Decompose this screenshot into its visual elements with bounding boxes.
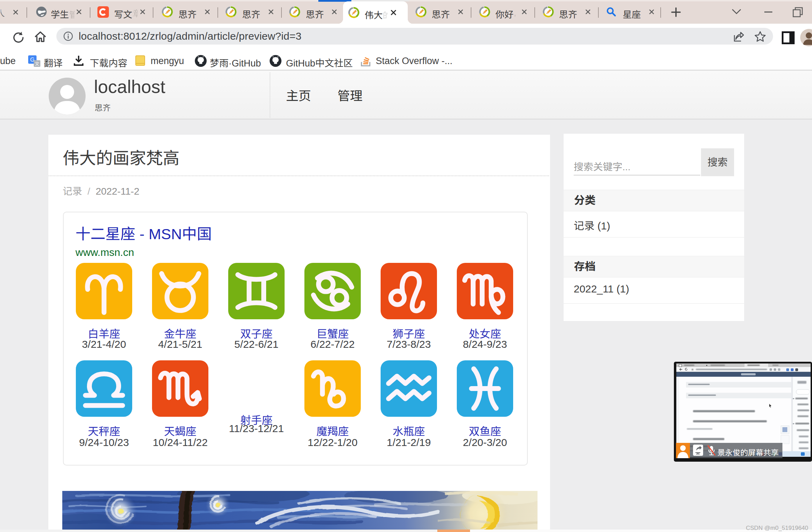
svg-text:文: 文: [35, 61, 39, 66]
